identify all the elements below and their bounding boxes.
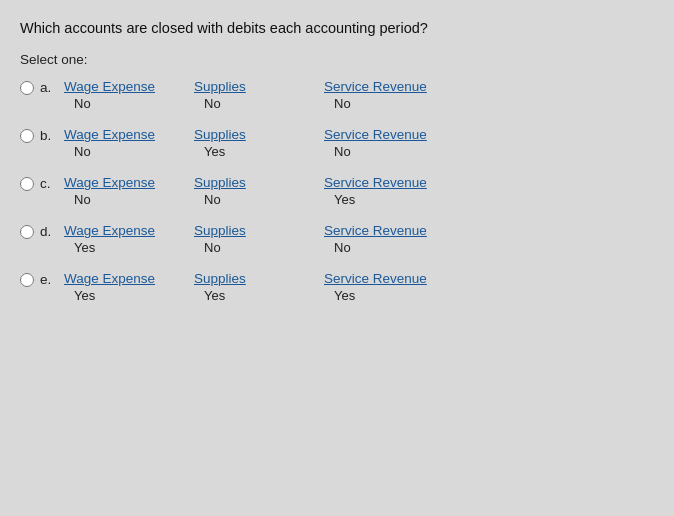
option-row-e: e.Wage ExpenseSuppliesService RevenueYes… <box>20 271 654 303</box>
col-value-a-0: No <box>64 96 194 111</box>
option-row-c: c.Wage ExpenseSuppliesService RevenueNoN… <box>20 175 654 207</box>
radio-wrap-d <box>20 225 34 239</box>
col-header-b-2[interactable]: Service Revenue <box>324 127 454 142</box>
option-label-a: a. <box>40 80 56 95</box>
option-headers-c: Wage ExpenseSuppliesService Revenue <box>64 175 454 190</box>
col-header-a-2[interactable]: Service Revenue <box>324 79 454 94</box>
question-text: Which accounts are closed with debits ea… <box>20 18 654 38</box>
col-header-c-2[interactable]: Service Revenue <box>324 175 454 190</box>
col-value-a-1: No <box>194 96 324 111</box>
col-header-d-1[interactable]: Supplies <box>194 223 324 238</box>
option-content-b: Wage ExpenseSuppliesService RevenueNoYes… <box>64 127 454 159</box>
option-label-c: c. <box>40 176 56 191</box>
radio-d[interactable] <box>20 225 34 239</box>
col-value-d-0: Yes <box>64 240 194 255</box>
option-content-a: Wage ExpenseSuppliesService RevenueNoNoN… <box>64 79 454 111</box>
option-headers-b: Wage ExpenseSuppliesService Revenue <box>64 127 454 142</box>
radio-e[interactable] <box>20 273 34 287</box>
radio-b[interactable] <box>20 129 34 143</box>
col-value-c-1: No <box>194 192 324 207</box>
option-values-d: YesNoNo <box>64 240 454 255</box>
col-header-b-1[interactable]: Supplies <box>194 127 324 142</box>
col-value-c-0: No <box>64 192 194 207</box>
col-value-d-1: No <box>194 240 324 255</box>
col-value-b-2: No <box>324 144 454 159</box>
radio-c[interactable] <box>20 177 34 191</box>
radio-wrap-a <box>20 81 34 95</box>
radio-wrap-b <box>20 129 34 143</box>
col-header-a-1[interactable]: Supplies <box>194 79 324 94</box>
option-content-d: Wage ExpenseSuppliesService RevenueYesNo… <box>64 223 454 255</box>
col-header-c-0[interactable]: Wage Expense <box>64 175 194 190</box>
option-row-d: d.Wage ExpenseSuppliesService RevenueYes… <box>20 223 654 255</box>
option-label-e: e. <box>40 272 56 287</box>
radio-a[interactable] <box>20 81 34 95</box>
col-header-d-2[interactable]: Service Revenue <box>324 223 454 238</box>
option-row-b: b.Wage ExpenseSuppliesService RevenueNoY… <box>20 127 654 159</box>
option-values-a: NoNoNo <box>64 96 454 111</box>
option-row-a: a.Wage ExpenseSuppliesService RevenueNoN… <box>20 79 654 111</box>
col-header-c-1[interactable]: Supplies <box>194 175 324 190</box>
col-header-d-0[interactable]: Wage Expense <box>64 223 194 238</box>
col-value-b-1: Yes <box>194 144 324 159</box>
radio-wrap-c <box>20 177 34 191</box>
option-content-c: Wage ExpenseSuppliesService RevenueNoNoY… <box>64 175 454 207</box>
option-headers-e: Wage ExpenseSuppliesService Revenue <box>64 271 454 286</box>
col-header-e-2[interactable]: Service Revenue <box>324 271 454 286</box>
option-headers-d: Wage ExpenseSuppliesService Revenue <box>64 223 454 238</box>
col-value-a-2: No <box>324 96 454 111</box>
col-value-b-0: No <box>64 144 194 159</box>
option-label-b: b. <box>40 128 56 143</box>
option-values-b: NoYesNo <box>64 144 454 159</box>
col-value-d-2: No <box>324 240 454 255</box>
col-value-e-2: Yes <box>324 288 454 303</box>
option-headers-a: Wage ExpenseSuppliesService Revenue <box>64 79 454 94</box>
option-label-d: d. <box>40 224 56 239</box>
col-value-e-1: Yes <box>194 288 324 303</box>
col-value-e-0: Yes <box>64 288 194 303</box>
col-header-b-0[interactable]: Wage Expense <box>64 127 194 142</box>
col-value-c-2: Yes <box>324 192 454 207</box>
col-header-e-0[interactable]: Wage Expense <box>64 271 194 286</box>
col-header-a-0[interactable]: Wage Expense <box>64 79 194 94</box>
option-values-c: NoNoYes <box>64 192 454 207</box>
radio-wrap-e <box>20 273 34 287</box>
col-header-e-1[interactable]: Supplies <box>194 271 324 286</box>
select-one-label: Select one: <box>20 52 654 67</box>
option-values-e: YesYesYes <box>64 288 454 303</box>
option-content-e: Wage ExpenseSuppliesService RevenueYesYe… <box>64 271 454 303</box>
